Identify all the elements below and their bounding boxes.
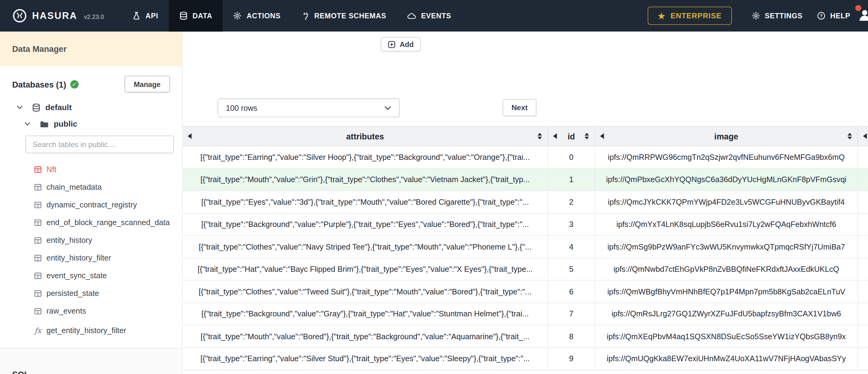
brand[interactable]: HASURA v2.23.0: [0, 0, 104, 31]
add-row-button[interactable]: Add: [381, 37, 421, 52]
table-header-row: attributes id image: [183, 126, 868, 146]
check-icon: ✓: [70, 80, 79, 88]
sidebar-table-end-of-block-range-scanned-data[interactable]: end_of_block_range_scanned_data: [0, 214, 182, 231]
column-header-partial: [858, 127, 868, 146]
manage-button[interactable]: Manage: [124, 76, 170, 92]
id-cell: 2: [548, 191, 595, 213]
sidebar-table-entity-history-filter[interactable]: entity_history_filter: [0, 249, 182, 267]
gear-icon: [751, 11, 760, 20]
table-icon: [34, 183, 41, 191]
image-cell: ipfs://QmSg9bPzW9anFYc3wWU5KnvymwkxQTpmq…: [595, 236, 858, 258]
table-row-highlighted: [{"trait_type":"Mouth","value":"Grin"},{…: [183, 168, 868, 191]
database-icon: [32, 103, 40, 111]
id-cell: 1: [548, 168, 595, 190]
partial-cell: [858, 213, 868, 235]
sidebar-table-persisted-state[interactable]: persisted_state: [0, 284, 182, 302]
sidebar-table-entity-history[interactable]: entity_history: [0, 231, 182, 249]
table-icon: [34, 308, 41, 315]
table-name: chain_metadata: [46, 183, 102, 192]
nav-item-remote-schemas[interactable]: REMOTE SCHEMAS: [291, 0, 397, 31]
nav-item-label: DATA: [193, 11, 212, 20]
id-cell: 9: [548, 348, 595, 370]
nav-item-actions[interactable]: ACTIONS: [223, 0, 291, 31]
sidebar-function-get-entity-history-filter[interactable]: ƒx get_entity_history_filter: [0, 321, 182, 339]
rows-select-value: 100 rows: [226, 103, 257, 112]
table-icon: [34, 254, 41, 261]
sidebar-table-nft[interactable]: Nft: [0, 160, 182, 178]
id-cell: 5: [548, 258, 595, 280]
attributes-cell: [{"trait_type":"Clothes","value":"Navy S…: [183, 236, 548, 258]
attributes-cell: [{"trait_type":"Earring","value":"Silver…: [183, 146, 548, 168]
nav-item-label: API: [146, 11, 158, 20]
gear-bolt-icon: [233, 11, 241, 20]
nav-item-data[interactable]: DATA: [169, 0, 223, 31]
sort-icon[interactable]: [847, 133, 852, 139]
id-cell: 4: [548, 236, 595, 258]
sql-section-label[interactable]: SQL: [12, 370, 29, 374]
sidebar-table-event-sync-state[interactable]: event_sync_state: [0, 267, 182, 284]
search-tables-input[interactable]: [25, 135, 174, 153]
attributes-cell: [{"trait_type":"Earring","value":"Silver…: [183, 348, 548, 370]
collapse-column-icon[interactable]: [188, 133, 192, 139]
table-name: persisted_state: [46, 289, 99, 298]
chevron-down-icon: [384, 105, 392, 111]
tree-item-schema-public[interactable]: public: [0, 120, 182, 128]
table-row: [{"trait_type":"Clothes","value":"Navy S…: [183, 236, 868, 258]
image-cell: ipfs://QmYxT4LnK8sqLupjbS6eRvu1si7Ly2wFQ…: [595, 213, 858, 235]
table-name: event_sync_state: [46, 271, 107, 280]
sidebar: Data Manager Databases (1) ✓ Manage defa…: [0, 31, 183, 374]
attributes-cell: [{"trait_type":"Hat","value":"Bayc Flipp…: [183, 258, 548, 280]
star-icon: ★: [658, 11, 665, 20]
cloud-icon: [407, 12, 416, 19]
question-circle-icon: ?: [817, 11, 825, 20]
collapse-column-icon[interactable]: [553, 133, 557, 139]
sidebar-table-dynamic-contract-registry[interactable]: dynamic_contract_registry: [0, 196, 182, 214]
collapse-column-icon[interactable]: [863, 133, 867, 139]
primary-nav: API DATA ACTIONS REMOTE SCHEMAS: [122, 0, 462, 31]
column-label: id: [568, 131, 575, 141]
databases-row: Databases (1) ✓ Manage: [12, 76, 170, 92]
tree-item-database-default[interactable]: default: [0, 103, 182, 112]
enterprise-button[interactable]: ★ ENTERPRISE: [648, 7, 732, 25]
column-label: attributes: [346, 131, 384, 141]
attributes-cell: [{"trait_type":"Eyes","value":"3d"},{"tr…: [183, 191, 548, 213]
hasura-console: HASURA v2.23.0 API DATA ACTIONS: [0, 0, 868, 374]
column-label: image: [714, 131, 738, 141]
table-row: [{"trait_type":"Eyes","value":"3d"},{"tr…: [183, 191, 868, 213]
sort-icon[interactable]: [537, 133, 542, 139]
nav-item-api[interactable]: API: [122, 0, 169, 31]
collapse-column-icon[interactable]: [600, 133, 604, 139]
id-cell: 8: [548, 325, 595, 347]
table-row: [{"trait_type":"Background","value":"Pur…: [183, 213, 868, 236]
data-manager-title: Data Manager: [12, 44, 66, 54]
nav-item-events[interactable]: EVENTS: [397, 0, 462, 31]
image-cell: ipfs://QmUQgKka8EW7exiUHnMwZ4UoXA11wV7NF…: [595, 348, 858, 370]
partial-cell: [858, 146, 868, 168]
nav-item-label: EVENTS: [421, 11, 452, 20]
settings-label: SETTINGS: [765, 11, 803, 20]
notifications-button[interactable]: [857, 7, 868, 24]
image-cell: ipfs://QmNwbd7ctEhGpVkP8nZvBBQfiNeFKRdxf…: [595, 258, 858, 280]
sidebar-table-chain-metadata[interactable]: chain_metadata: [0, 178, 182, 196]
folder-icon: [40, 120, 49, 127]
nav-item-label: REMOTE SCHEMAS: [314, 11, 386, 20]
chevron-down-icon[interactable]: [17, 105, 23, 110]
table-row: [{"trait_type":"Hat","value":"Bayc Flipp…: [183, 258, 868, 280]
chevron-down-icon[interactable]: [24, 122, 31, 126]
function-icon: ƒx: [34, 326, 41, 334]
hasura-logo-icon: [12, 8, 27, 23]
rows-per-page-select[interactable]: 100 rows: [218, 98, 400, 118]
column-header-id: id: [548, 127, 595, 146]
attributes-cell: [{"trait_type":"Clothes","value":"Tweed …: [183, 281, 548, 303]
table-row: [{"trait_type":"Earring","value":"Silver…: [183, 146, 868, 168]
table-row: [{"trait_type":"Clothes","value":"Tweed …: [183, 281, 868, 303]
help-button[interactable]: ? HELP: [814, 11, 854, 20]
table-name: dynamic_contract_registry: [46, 200, 137, 209]
database-name: default: [45, 103, 72, 112]
id-cell: 3: [548, 213, 595, 235]
sidebar-table-raw-events[interactable]: raw_events: [0, 302, 182, 320]
partial-cell: [858, 325, 868, 347]
next-page-button[interactable]: Next: [503, 99, 536, 116]
sort-icon[interactable]: [585, 133, 589, 139]
settings-button[interactable]: SETTINGS: [748, 11, 806, 20]
